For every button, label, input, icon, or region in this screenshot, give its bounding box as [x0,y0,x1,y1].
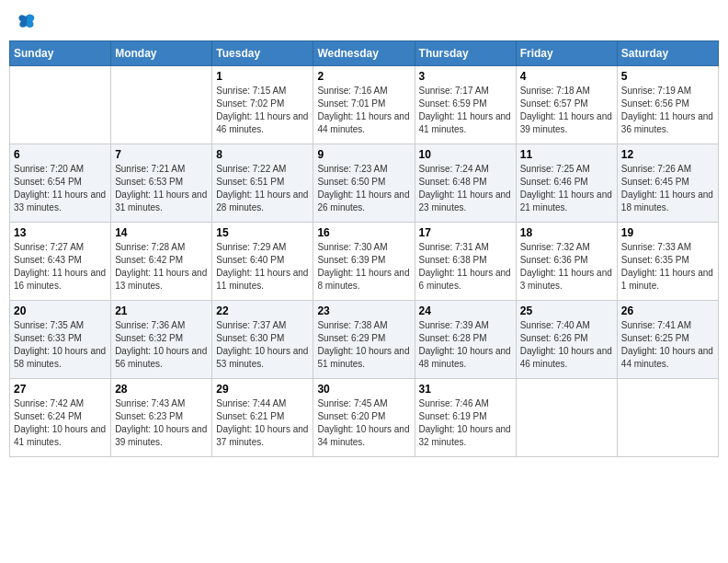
calendar-cell: 20Sunrise: 7:35 AM Sunset: 6:33 PM Dayli… [10,301,111,379]
day-info: Sunrise: 7:15 AM Sunset: 7:02 PM Dayligh… [216,85,309,136]
calendar-cell: 24Sunrise: 7:39 AM Sunset: 6:28 PM Dayli… [415,301,516,379]
day-info: Sunrise: 7:21 AM Sunset: 6:53 PM Dayligh… [115,163,208,214]
calendar-cell: 30Sunrise: 7:45 AM Sunset: 6:20 PM Dayli… [313,379,415,457]
day-number: 27 [14,383,107,396]
day-number: 7 [115,148,208,161]
day-info: Sunrise: 7:33 AM Sunset: 6:35 PM Dayligh… [621,241,714,293]
day-number: 16 [317,226,410,239]
day-info: Sunrise: 7:36 AM Sunset: 6:32 PM Dayligh… [115,319,208,371]
day-number: 19 [621,226,714,239]
calendar-cell: 9Sunrise: 7:23 AM Sunset: 6:50 PM Daylig… [313,144,415,223]
calendar-cell: 7Sunrise: 7:21 AM Sunset: 6:53 PM Daylig… [111,144,212,223]
day-info: Sunrise: 7:16 AM Sunset: 7:01 PM Dayligh… [317,85,410,136]
calendar-cell: 16Sunrise: 7:30 AM Sunset: 6:39 PM Dayli… [313,223,415,301]
calendar-cell [10,66,111,144]
day-number: 22 [216,304,309,317]
day-number: 30 [317,383,410,396]
day-number: 13 [14,226,107,239]
day-info: Sunrise: 7:20 AM Sunset: 6:54 PM Dayligh… [14,163,107,214]
day-number: 12 [621,148,714,161]
day-number: 10 [419,148,512,161]
day-info: Sunrise: 7:37 AM Sunset: 6:30 PM Dayligh… [216,319,309,371]
day-number: 23 [317,304,410,317]
day-info: Sunrise: 7:17 AM Sunset: 6:59 PM Dayligh… [419,85,512,136]
calendar-cell: 1Sunrise: 7:15 AM Sunset: 7:02 PM Daylig… [212,66,313,144]
day-of-week-header: Friday [516,41,617,66]
calendar-cell: 4Sunrise: 7:18 AM Sunset: 6:57 PM Daylig… [516,66,617,144]
calendar-cell: 17Sunrise: 7:31 AM Sunset: 6:38 PM Dayli… [415,223,516,301]
day-info: Sunrise: 7:40 AM Sunset: 6:26 PM Dayligh… [520,319,613,371]
day-number: 18 [520,226,613,239]
day-info: Sunrise: 7:19 AM Sunset: 6:56 PM Dayligh… [621,85,714,136]
calendar-header-row: SundayMondayTuesdayWednesdayThursdayFrid… [10,41,719,66]
calendar-cell [516,379,617,457]
day-number: 15 [216,226,309,239]
day-number: 26 [621,304,714,317]
day-number: 29 [216,383,309,396]
day-info: Sunrise: 7:43 AM Sunset: 6:23 PM Dayligh… [115,397,208,449]
day-number: 17 [419,226,512,239]
calendar-cell: 14Sunrise: 7:28 AM Sunset: 6:42 PM Dayli… [111,223,212,301]
day-number: 8 [216,148,309,161]
day-number: 5 [621,70,714,83]
calendar-cell: 25Sunrise: 7:40 AM Sunset: 6:26 PM Dayli… [516,301,617,379]
day-info: Sunrise: 7:29 AM Sunset: 6:40 PM Dayligh… [216,241,309,293]
calendar-cell: 26Sunrise: 7:41 AM Sunset: 6:25 PM Dayli… [617,301,718,379]
day-of-week-header: Tuesday [212,41,313,66]
day-number: 4 [520,70,613,83]
day-info: Sunrise: 7:41 AM Sunset: 6:25 PM Dayligh… [621,319,714,371]
calendar-cell: 11Sunrise: 7:25 AM Sunset: 6:46 PM Dayli… [516,144,617,223]
calendar-cell: 6Sunrise: 7:20 AM Sunset: 6:54 PM Daylig… [10,144,111,223]
day-number: 21 [115,304,208,317]
day-info: Sunrise: 7:23 AM Sunset: 6:50 PM Dayligh… [317,163,410,214]
day-info: Sunrise: 7:32 AM Sunset: 6:36 PM Dayligh… [520,241,613,293]
calendar-cell: 2Sunrise: 7:16 AM Sunset: 7:01 PM Daylig… [313,66,415,144]
day-info: Sunrise: 7:22 AM Sunset: 6:51 PM Dayligh… [216,163,309,214]
calendar-cell: 10Sunrise: 7:24 AM Sunset: 6:48 PM Dayli… [415,144,516,223]
day-number: 14 [115,226,208,239]
calendar-cell: 15Sunrise: 7:29 AM Sunset: 6:40 PM Dayli… [212,223,313,301]
calendar-cell [617,379,718,457]
day-number: 28 [115,383,208,396]
calendar-table: SundayMondayTuesdayWednesdayThursdayFrid… [9,40,719,457]
day-number: 11 [520,148,613,161]
day-info: Sunrise: 7:24 AM Sunset: 6:48 PM Dayligh… [419,163,512,214]
calendar-cell: 22Sunrise: 7:37 AM Sunset: 6:30 PM Dayli… [212,301,313,379]
calendar-week-row: 20Sunrise: 7:35 AM Sunset: 6:33 PM Dayli… [10,301,719,379]
calendar-cell: 19Sunrise: 7:33 AM Sunset: 6:35 PM Dayli… [617,223,718,301]
day-info: Sunrise: 7:38 AM Sunset: 6:29 PM Dayligh… [317,319,410,371]
day-info: Sunrise: 7:39 AM Sunset: 6:28 PM Dayligh… [419,319,512,371]
day-number: 25 [520,304,613,317]
day-number: 20 [14,304,107,317]
day-number: 31 [419,383,512,396]
calendar-cell: 8Sunrise: 7:22 AM Sunset: 6:51 PM Daylig… [212,144,313,223]
day-info: Sunrise: 7:46 AM Sunset: 6:19 PM Dayligh… [419,397,512,449]
day-info: Sunrise: 7:45 AM Sunset: 6:20 PM Dayligh… [317,397,410,449]
day-info: Sunrise: 7:28 AM Sunset: 6:42 PM Dayligh… [115,241,208,293]
day-of-week-header: Sunday [10,41,111,66]
day-info: Sunrise: 7:30 AM Sunset: 6:39 PM Dayligh… [317,241,410,293]
calendar-cell [111,66,212,144]
calendar-cell: 29Sunrise: 7:44 AM Sunset: 6:21 PM Dayli… [212,379,313,457]
logo-bird-icon [17,13,35,29]
calendar-cell: 13Sunrise: 7:27 AM Sunset: 6:43 PM Dayli… [10,223,111,301]
page-header [9,9,719,33]
day-info: Sunrise: 7:35 AM Sunset: 6:33 PM Dayligh… [14,319,107,371]
day-info: Sunrise: 7:44 AM Sunset: 6:21 PM Dayligh… [216,397,309,449]
day-number: 6 [14,148,107,161]
day-of-week-header: Wednesday [313,41,415,66]
day-info: Sunrise: 7:31 AM Sunset: 6:38 PM Dayligh… [419,241,512,293]
calendar-cell: 21Sunrise: 7:36 AM Sunset: 6:32 PM Dayli… [111,301,212,379]
calendar-cell: 12Sunrise: 7:26 AM Sunset: 6:45 PM Dayli… [617,144,718,223]
day-number: 24 [419,304,512,317]
calendar-cell: 23Sunrise: 7:38 AM Sunset: 6:29 PM Dayli… [313,301,415,379]
calendar-cell: 27Sunrise: 7:42 AM Sunset: 6:24 PM Dayli… [10,379,111,457]
day-info: Sunrise: 7:26 AM Sunset: 6:45 PM Dayligh… [621,163,714,214]
day-number: 3 [419,70,512,83]
day-of-week-header: Monday [111,41,212,66]
day-number: 9 [317,148,410,161]
calendar-cell: 3Sunrise: 7:17 AM Sunset: 6:59 PM Daylig… [415,66,516,144]
day-info: Sunrise: 7:27 AM Sunset: 6:43 PM Dayligh… [14,241,107,293]
calendar-week-row: 13Sunrise: 7:27 AM Sunset: 6:43 PM Dayli… [10,223,719,301]
day-number: 2 [317,70,410,83]
